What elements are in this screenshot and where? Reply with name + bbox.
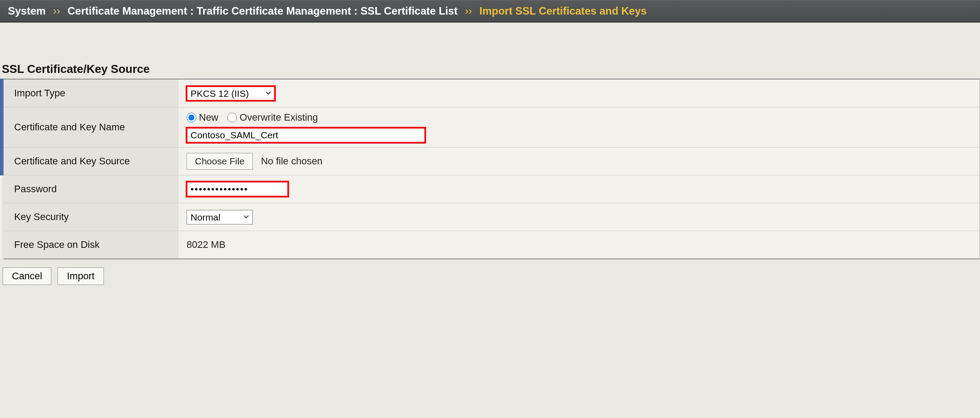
import-button[interactable]: Import xyxy=(57,267,103,285)
radio-overwrite[interactable] xyxy=(227,113,237,122)
label-free-space: Free Space on Disk xyxy=(2,231,179,259)
breadcrumb-current: Import SSL Certificates and Keys xyxy=(480,5,647,17)
file-chosen-status: No file chosen xyxy=(261,156,322,167)
import-type-select[interactable]: PKCS 12 (IIS) xyxy=(187,86,275,101)
label-key-security: Key Security xyxy=(2,203,179,231)
cert-name-input[interactable] xyxy=(187,128,425,143)
breadcrumb-sep-icon: ›› xyxy=(53,5,60,17)
breadcrumb-path[interactable]: Certificate Management : Traffic Certifi… xyxy=(68,5,458,17)
label-password: Password xyxy=(2,175,179,203)
breadcrumb-root[interactable]: System xyxy=(8,5,46,17)
password-input[interactable] xyxy=(187,182,288,197)
radio-new[interactable] xyxy=(187,113,196,122)
cancel-button[interactable]: Cancel xyxy=(3,267,51,285)
section-title: SSL Certificate/Key Source xyxy=(0,23,980,79)
choose-file-button[interactable]: Choose File xyxy=(187,153,253,170)
key-security-select[interactable]: Normal xyxy=(187,210,253,224)
form-table: Import Type PKCS 12 (IIS) Certificate an… xyxy=(0,79,980,259)
free-space-value: 8022 MB xyxy=(187,239,225,250)
breadcrumb-sep-icon: ›› xyxy=(465,5,472,17)
label-cert-source: Certificate and Key Source xyxy=(2,148,179,175)
radio-overwrite-label[interactable]: Overwrite Existing xyxy=(240,112,318,123)
label-import-type: Import Type xyxy=(2,79,179,107)
label-cert-name: Certificate and Key Name xyxy=(2,107,179,148)
breadcrumb-bar: System ›› Certificate Management : Traff… xyxy=(0,0,980,23)
radio-new-label[interactable]: New xyxy=(199,112,218,123)
